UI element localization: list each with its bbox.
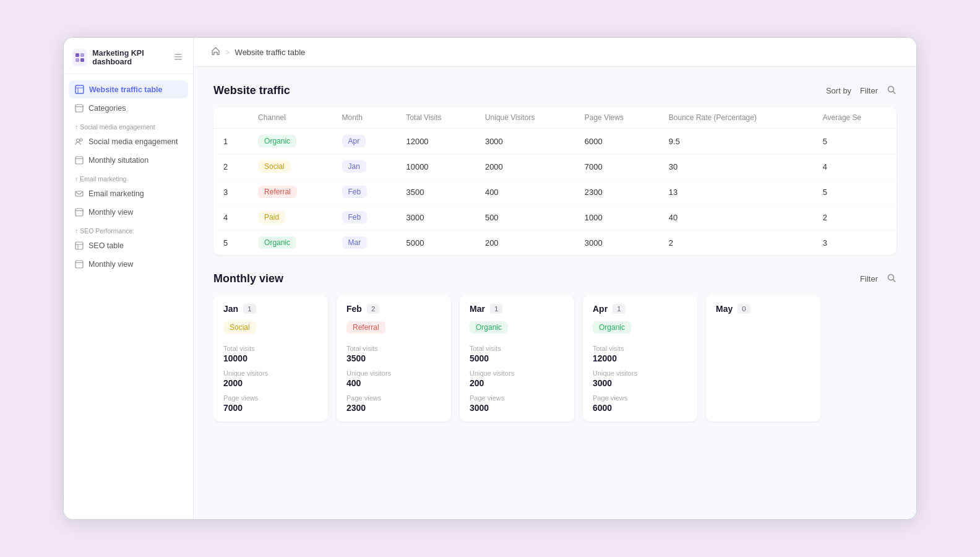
col-bounce-rate: Bounce Rate (Percentage) bbox=[659, 107, 813, 129]
sidebar-item-label: Email marketing bbox=[88, 189, 144, 198]
sidebar-item-monthly-situation[interactable]: Monthly situtation bbox=[69, 152, 188, 169]
month-count: 0 bbox=[737, 304, 750, 314]
row-channel: Referral bbox=[248, 179, 332, 205]
svg-rect-22 bbox=[75, 261, 83, 268]
svg-rect-19 bbox=[75, 242, 83, 249]
svg-rect-10 bbox=[75, 105, 83, 112]
row-channel: Social bbox=[248, 154, 332, 179]
row-num: 5 bbox=[213, 230, 248, 256]
row-month: Jan bbox=[332, 154, 397, 179]
sidebar-item-social-media-engagement[interactable]: Social media engagement bbox=[69, 133, 188, 150]
row-total-visits: 3000 bbox=[396, 205, 475, 230]
month-card: Feb 2 Referral Total visits 3500 Unique … bbox=[337, 295, 451, 421]
sidebar-item-label: Website traffic table bbox=[89, 85, 163, 94]
row-month: Mar bbox=[332, 230, 397, 256]
sort-by-label[interactable]: Sort by bbox=[826, 86, 851, 95]
table-row: 4 Paid Feb 3000 500 1000 40 2 bbox=[213, 205, 896, 230]
row-avg-session: 2 bbox=[813, 205, 896, 230]
month-card-header: Feb 2 bbox=[346, 304, 441, 314]
row-month: Apr bbox=[332, 129, 397, 154]
month-card: Mar 1 Organic Total visits 5000 Unique v… bbox=[460, 295, 574, 421]
sidebar-header: Marketing KPI dashboard bbox=[64, 38, 193, 74]
row-bounce-rate: 40 bbox=[659, 205, 813, 230]
collapse-button[interactable] bbox=[173, 52, 183, 64]
sidebar-item-label: SEO table bbox=[88, 241, 124, 250]
app-container: Marketing KPI dashboard Website traffic … bbox=[63, 37, 917, 520]
filter-button[interactable]: Filter bbox=[860, 86, 878, 95]
svg-rect-16 bbox=[75, 191, 83, 196]
svg-line-27 bbox=[893, 280, 896, 282]
sidebar-item-label: Monthly view bbox=[88, 260, 133, 269]
month-card: Jan 1 Social Total visits 10000 Unique v… bbox=[213, 295, 328, 421]
topbar: > Website traffic table bbox=[194, 38, 916, 67]
row-unique-visitors: 500 bbox=[475, 205, 575, 230]
row-unique-visitors: 3000 bbox=[475, 129, 575, 154]
sidebar-title: Marketing KPI dashboard bbox=[92, 49, 173, 66]
row-bounce-rate: 30 bbox=[659, 154, 813, 179]
sidebar-item-seo-table[interactable]: SEO table bbox=[69, 237, 188, 254]
col-page-views: Page Views bbox=[575, 107, 659, 129]
row-page-views: 3000 bbox=[575, 230, 659, 256]
sidebar-item-monthly-view-email[interactable]: Monthly view bbox=[69, 204, 188, 221]
breadcrumb-separator: > bbox=[225, 48, 230, 57]
sidebar-item-email-marketing[interactable]: Email marketing bbox=[69, 185, 188, 202]
month-name: Feb bbox=[346, 304, 362, 314]
section-label-social: ↑ Social media engagement bbox=[69, 118, 188, 133]
svg-rect-0 bbox=[75, 53, 79, 57]
logo-icon bbox=[72, 49, 87, 66]
home-icon[interactable] bbox=[211, 46, 220, 58]
stat-total-visits: Total visits 10000 bbox=[223, 345, 318, 363]
sidebar-item-categories[interactable]: Categories bbox=[69, 100, 188, 117]
month-count: 1 bbox=[243, 304, 256, 314]
monthly-view-title: Monthly view bbox=[213, 272, 283, 285]
svg-rect-2 bbox=[75, 58, 79, 62]
monthly-grid: Jan 1 Social Total visits 10000 Unique v… bbox=[213, 295, 896, 425]
stat-total-visits: Total visits 12000 bbox=[593, 345, 687, 363]
content-area: Website traffic Sort by Filter bbox=[194, 67, 916, 519]
row-avg-session: 5 bbox=[813, 179, 896, 205]
monthly-actions: Filter bbox=[860, 273, 896, 285]
section-actions: Sort by Filter bbox=[826, 85, 896, 97]
row-num: 1 bbox=[213, 129, 248, 154]
row-num: 2 bbox=[213, 154, 248, 179]
breadcrumb-current: Website traffic table bbox=[235, 48, 306, 57]
search-button[interactable] bbox=[887, 85, 896, 97]
svg-rect-5 bbox=[174, 56, 182, 58]
stat-page-views: Page views 6000 bbox=[593, 394, 687, 413]
month-name: Jan bbox=[223, 304, 238, 314]
main-area: > Website traffic table Website traffic … bbox=[194, 38, 916, 519]
sidebar-item-monthly-view-seo[interactable]: Monthly view bbox=[69, 256, 188, 273]
table-row: 1 Organic Apr 12000 3000 6000 9.5 5 bbox=[213, 129, 896, 154]
svg-rect-7 bbox=[75, 85, 84, 93]
stat-unique-visitors: Unique visitors 400 bbox=[346, 369, 441, 388]
svg-rect-6 bbox=[174, 59, 182, 60]
row-channel: Organic bbox=[248, 129, 332, 154]
col-num bbox=[213, 107, 248, 129]
svg-rect-3 bbox=[80, 58, 84, 62]
section-label-email: ↑ Email marketing bbox=[69, 170, 188, 185]
month-count: 2 bbox=[367, 304, 379, 314]
month-name: Apr bbox=[593, 304, 608, 314]
monthly-search-button[interactable] bbox=[887, 273, 896, 285]
row-avg-session: 3 bbox=[813, 230, 896, 256]
svg-rect-1 bbox=[80, 53, 84, 57]
row-unique-visitors: 2000 bbox=[475, 154, 575, 179]
col-total-visits: Total Visits bbox=[396, 107, 475, 129]
month-count: 1 bbox=[490, 304, 502, 314]
row-page-views: 7000 bbox=[575, 154, 659, 179]
row-page-views: 6000 bbox=[575, 129, 659, 154]
stat-page-views: Page views 7000 bbox=[223, 394, 318, 413]
month-card-header: Jan 1 bbox=[223, 304, 318, 314]
sidebar-item-label: Categories bbox=[88, 104, 126, 113]
row-avg-session: 5 bbox=[813, 129, 896, 154]
month-name: May bbox=[716, 304, 733, 314]
row-month: Feb bbox=[332, 205, 397, 230]
sidebar-item-label: Monthly view bbox=[88, 208, 133, 217]
month-card: May 0 bbox=[706, 295, 820, 421]
svg-line-25 bbox=[893, 92, 896, 94]
col-channel: Channel bbox=[248, 107, 332, 129]
stat-page-views: Page views 3000 bbox=[470, 394, 564, 413]
sidebar-item-website-traffic-table[interactable]: Website traffic table bbox=[69, 80, 188, 98]
monthly-filter-button[interactable]: Filter bbox=[860, 274, 878, 283]
month-card-header: May 0 bbox=[716, 304, 810, 314]
